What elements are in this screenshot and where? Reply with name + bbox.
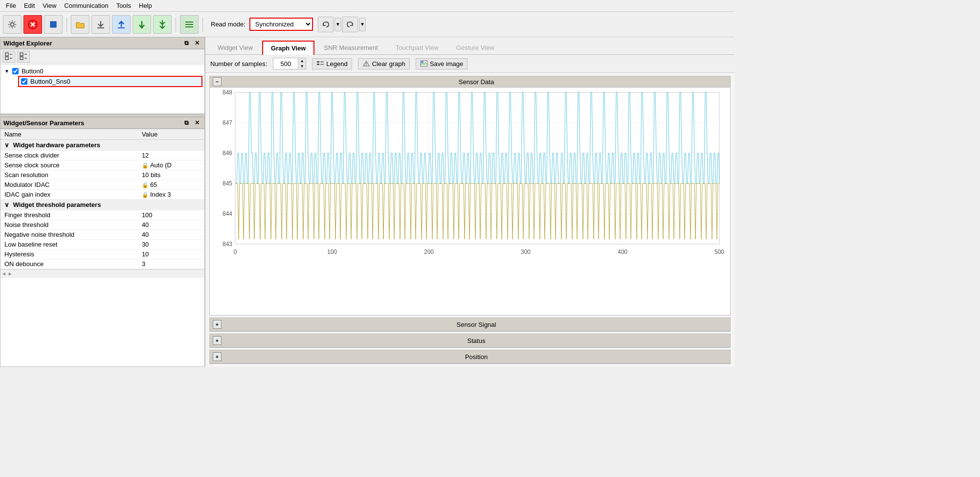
status-header: + Status [210, 334, 730, 347]
position-panel: + Position [209, 350, 731, 364]
svg-text:846: 846 [223, 150, 232, 157]
read-mode-label: Read mode: [211, 21, 245, 28]
status-panel: + Status [209, 334, 731, 348]
right-panel: Widget View Graph View SNR Measurement T… [205, 37, 735, 367]
undo-button[interactable] [318, 17, 334, 32]
table-row: Scan resolution 10 bits [0, 170, 204, 180]
table-row: Modulator IDAC 🔒65 [0, 180, 204, 190]
sensor-params-title: Widget/Sensor Parameters [3, 119, 84, 127]
download-button[interactable] [91, 15, 110, 34]
tab-widget-view[interactable]: Widget View [209, 41, 261, 54]
svg-rect-15 [20, 57, 23, 60]
sensor-data-collapse-btn[interactable]: − [213, 77, 222, 86]
position-header: + Position [210, 350, 730, 363]
save-image-button[interactable]: Save image [416, 58, 468, 69]
section-collapse-chevron[interactable]: ∨ [4, 201, 9, 208]
tree-checkbox-button0[interactable] [12, 68, 19, 74]
menu-communication[interactable]: Communication [60, 1, 112, 10]
param-value[interactable]: 10 [138, 250, 204, 259]
tree-item-button0[interactable]: ▼ Button0 [2, 67, 202, 76]
svg-text:400: 400 [618, 249, 627, 255]
tree-item-button0-sns0[interactable]: Button0_Sns0 [18, 76, 202, 87]
param-name: Low baseline reset [0, 240, 138, 250]
settings-button[interactable] [3, 15, 22, 34]
menu-tools[interactable]: Tools [112, 1, 135, 10]
sensor-data-chart: 848 847 846 845 844 843 0 100 200 300 40… [210, 88, 730, 264]
undo-dropdown-button[interactable]: ▼ [334, 18, 341, 31]
upload-button[interactable] [112, 15, 131, 34]
svg-rect-25 [421, 61, 423, 63]
param-value[interactable]: 30 [138, 240, 204, 250]
menu-view[interactable]: View [39, 1, 60, 10]
svg-point-23 [366, 65, 367, 66]
param-value[interactable]: 🔒Auto (D [138, 160, 204, 170]
menu-edit[interactable]: Edit [20, 1, 39, 10]
svg-text:843: 843 [223, 241, 232, 248]
lock-icon: 🔒 [142, 182, 149, 188]
clear-graph-icon [362, 60, 370, 67]
sensor-data-header: − Sensor Data [210, 76, 730, 88]
param-value[interactable]: 10 bits [138, 170, 204, 180]
open-button[interactable] [71, 15, 89, 34]
redo-dropdown-button[interactable]: ▼ [359, 18, 366, 31]
status-expand-btn[interactable]: + [213, 336, 222, 345]
menu-file[interactable]: File [2, 1, 20, 10]
tab-snr-measurement[interactable]: SNR Measurement [315, 41, 386, 54]
redo-button[interactable] [342, 17, 358, 32]
param-value[interactable]: 3 [138, 259, 204, 269]
position-expand-btn[interactable]: + [213, 352, 222, 361]
params-section-header: ∨ Widget hardware parameters [0, 140, 204, 151]
param-value[interactable]: 40 [138, 220, 204, 230]
samples-input[interactable] [273, 59, 298, 68]
scroll-hint-text: ◄ ► [1, 271, 13, 276]
svg-text:844: 844 [223, 210, 232, 217]
svg-point-0 [11, 23, 14, 26]
sensor-data-panel: − Sensor Data 848 [209, 76, 731, 316]
program-all-button[interactable] [153, 15, 172, 34]
program-button[interactable] [133, 15, 151, 34]
widget-explorer-restore-btn[interactable]: ⧉ [182, 39, 191, 47]
stop-button[interactable] [23, 15, 42, 34]
menu-help[interactable]: Help [135, 1, 156, 10]
expand-all-button[interactable] [2, 51, 15, 63]
samples-spin-up[interactable]: ▲ [298, 58, 306, 64]
param-name: IDAC gain index [0, 190, 138, 200]
clear-graph-button[interactable]: Clear graph [358, 58, 410, 69]
widget-toolbar [0, 49, 204, 65]
legend-button[interactable]: Legend [312, 58, 352, 69]
graph-area: − Sensor Data 848 [205, 73, 735, 367]
param-value[interactable]: 12 [138, 151, 204, 160]
widget-explorer-close-btn[interactable]: ✕ [193, 39, 201, 47]
sensor-signal-expand-btn[interactable]: + [213, 320, 222, 329]
clear-graph-label: Clear graph [372, 60, 405, 68]
sensor-params-close-btn[interactable]: ✕ [193, 119, 201, 127]
param-value[interactable]: 🔒Index 3 [138, 190, 204, 200]
tab-graph-view[interactable]: Graph View [262, 41, 314, 55]
tab-touchpad-view[interactable]: Touchpad View [387, 41, 447, 54]
lock-icon: 🔒 [142, 162, 149, 168]
param-value[interactable]: 40 [138, 230, 204, 240]
svg-text:100: 100 [327, 249, 337, 255]
section-collapse-chevron[interactable]: ∨ [4, 141, 9, 149]
param-name: Scan resolution [0, 170, 138, 180]
table-row: Noise threshold 40 [0, 220, 204, 230]
sensor-data-body: 848 847 846 845 844 843 0 100 200 300 40… [210, 88, 730, 264]
expand-all-icon [5, 52, 13, 60]
widget-explorer-title: Widget Explorer [3, 40, 52, 47]
param-value[interactable]: 🔒65 [138, 180, 204, 190]
collapse-all-button[interactable] [17, 51, 30, 63]
tree-checkbox-sns0[interactable] [21, 78, 27, 85]
folder-icon [75, 19, 86, 30]
params-table: Name Value ∨ Widget hardware parameters … [0, 129, 204, 269]
param-value[interactable]: 100 [138, 210, 204, 220]
read-mode-select[interactable]: Synchronized Manual Continuous [249, 18, 313, 31]
tree-label-sns0: Button0_Sns0 [30, 78, 70, 85]
list-button[interactable] [180, 15, 199, 34]
menu-bar: File Edit View Communication Tools Help [0, 0, 735, 12]
tab-gesture-view[interactable]: Gesture View [448, 41, 503, 54]
param-name: ON debounce [0, 259, 138, 269]
pause-button[interactable] [44, 15, 63, 34]
sensor-params-restore-btn[interactable]: ⧉ [182, 119, 191, 127]
samples-spin-down[interactable]: ▼ [298, 64, 306, 69]
tree-chevron-button0: ▼ [4, 68, 9, 74]
